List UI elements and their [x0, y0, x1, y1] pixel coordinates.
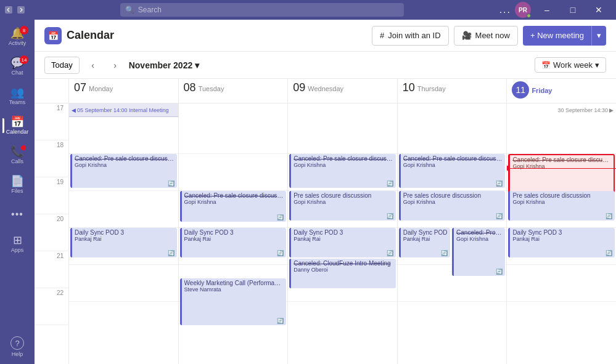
- forward-button[interactable]: [17, 6, 25, 14]
- time-slot-21: 21: [35, 251, 68, 288]
- allday-banner-fri: 30 September 14:30 ▶: [507, 103, 616, 117]
- day-name-friday: Friday: [532, 87, 552, 94]
- sidebar-item-apps[interactable]: ⊞ Apps: [2, 229, 32, 259]
- sidebar-item-help[interactable]: ? Help: [2, 332, 32, 362]
- day-col-friday: 11 Friday 30 September 14:30 ▶: [507, 79, 616, 364]
- slot-18-tue: [179, 154, 288, 191]
- day-col-wednesday: 09 Wednesday Canceled: Pre sale c: [288, 79, 398, 364]
- chat-badge: 14: [20, 55, 28, 64]
- calendar-header: 📅 Calendar # Join with an ID 🎥 Meet now …: [35, 20, 616, 52]
- slot-17-tue: [179, 117, 288, 154]
- day-header-tuesday: 08 Tuesday: [179, 79, 288, 103]
- event-organizer: Pankaj Rai: [294, 236, 393, 242]
- event-organizer: Gopi Krishna: [403, 199, 503, 205]
- sidebar-item-teams[interactable]: 👥 Teams: [2, 81, 32, 111]
- event-organizer: Gopi Krishna: [75, 162, 175, 168]
- maximize-button[interactable]: □: [561, 0, 585, 20]
- event-wed-3[interactable]: Daily Sync POD 3 Pankaj Rai 🔄: [289, 228, 396, 257]
- back-button[interactable]: [5, 6, 12, 14]
- today-button[interactable]: Today: [44, 57, 80, 74]
- allday-banner-thu: [398, 103, 507, 117]
- recurring-icon: 🔄: [606, 213, 612, 219]
- event-tue-1[interactable]: Canceled: Pre sale closure discussion Go…: [180, 191, 287, 222]
- sidebar-item-files[interactable]: 📄 Files: [2, 170, 32, 200]
- day-name-tuesday: Tuesday: [199, 85, 224, 92]
- slot-17-thu: [398, 117, 507, 154]
- files-icon: 📄: [10, 176, 24, 187]
- calendar-header-actions: # Join with an ID 🎥 Meet now + New meeti…: [372, 26, 606, 46]
- day-name-monday: Monday: [89, 85, 113, 92]
- event-tue-3[interactable]: Weekly Marketing Call (Performance Revie…: [180, 278, 287, 325]
- event-title: Daily Sync POD 3: [75, 229, 175, 236]
- event-fri-3[interactable]: Daily Sync POD 3 Pankaj Rai 🔄: [508, 228, 615, 257]
- allday-right-arrow: ▶: [609, 107, 614, 113]
- sidebar-item-calendar[interactable]: 📅 Calendar: [2, 111, 32, 140]
- day-col-tuesday: 08 Tuesday Canceled: Pre sale clo: [179, 79, 289, 364]
- calendar-title: 📅 Calendar: [44, 27, 114, 44]
- event-title: Canceled: Pre sale closure discussion: [512, 156, 611, 163]
- event-mon-2[interactable]: Daily Sync POD 3 Pankaj Rai 🔄: [70, 228, 177, 257]
- time-slot-22: 22: [35, 288, 68, 325]
- sidebar-item-calls[interactable]: 📞 Calls: [2, 140, 32, 170]
- day-col-thursday: 10 Thursday Canceled: Pre sale cl: [398, 79, 507, 364]
- event-tue-2[interactable]: Daily Sync POD 3 Pankaj Rai 🔄: [180, 228, 287, 257]
- help-icon: ?: [10, 336, 24, 350]
- day-header-wednesday: 09 Wednesday: [288, 79, 397, 103]
- time-header: [35, 79, 68, 103]
- user-avatar[interactable]: PR: [515, 2, 531, 18]
- event-title: Canceled: Pre sale closure discussion: [294, 155, 393, 162]
- search-bar[interactable]: 🔍 Search: [120, 3, 404, 17]
- recurring-icon: 🔄: [387, 213, 393, 219]
- day-body-friday: 30 September 14:30 ▶ Canceled: Pre sale …: [507, 103, 616, 364]
- event-organizer: Gopi Krishna: [294, 162, 393, 168]
- new-meeting-button[interactable]: + New meeting: [523, 26, 591, 46]
- titlebar-right: ... PR – □ ✕: [499, 0, 611, 20]
- recurring-icon: 🔄: [168, 180, 175, 187]
- sidebar-label-help: Help: [12, 351, 23, 357]
- new-meeting-dropdown[interactable]: ▾: [591, 26, 606, 46]
- avatar-status-dot: [527, 14, 531, 18]
- view-selector[interactable]: 📅 Work week ▾: [535, 57, 606, 73]
- event-organizer: Pankaj Rai: [184, 236, 284, 242]
- allday-banner-monday[interactable]: ◀ 05 September 14:00 Internal Meeting: [69, 103, 178, 117]
- sidebar-item-chat[interactable]: 💬 Chat 14: [2, 52, 32, 81]
- event-organizer: Gopi Krishna: [512, 199, 612, 205]
- prev-button[interactable]: ‹: [84, 57, 102, 74]
- slot-19-mon: [69, 191, 178, 228]
- sidebar-label-calendar: Calendar: [6, 129, 29, 135]
- day-body-wednesday: Canceled: Pre sale closure discussion Go…: [288, 103, 397, 364]
- sidebar-label-teams: Teams: [9, 99, 26, 105]
- month-year-display[interactable]: November 2022 ▾: [129, 60, 200, 70]
- sidebar-item-more[interactable]: •••: [2, 200, 32, 229]
- event-thu-2[interactable]: Pre sales closure discussion Gopi Krishn…: [399, 191, 506, 220]
- search-placeholder: Search: [138, 6, 162, 14]
- event-thu-4[interactable]: Canceled: Product /Sales /Marketing Gopi…: [452, 228, 505, 276]
- event-thu-1[interactable]: Canceled: Pre sale closure discussion Go…: [399, 154, 506, 188]
- event-organizer: Steve Namrata: [184, 286, 284, 293]
- titlebar-nav: [5, 6, 25, 14]
- slot-17-wed: [288, 117, 397, 154]
- sidebar-label-chat: Chat: [11, 70, 23, 76]
- current-time-line: [507, 168, 616, 169]
- day-num-wednesday: 09: [293, 81, 305, 94]
- window-controls: – □ ✕: [535, 0, 611, 20]
- event-title: Canceled: Pre sale closure discussion: [75, 155, 175, 162]
- event-thu-3[interactable]: Daily Sync POD Pankaj Rai 🔄: [399, 228, 450, 257]
- close-button[interactable]: ✕: [586, 0, 611, 20]
- event-mon-1[interactable]: Canceled: Pre sale closure discussion Go…: [70, 154, 177, 188]
- next-button[interactable]: ›: [107, 57, 124, 74]
- slot-17-fri: [507, 117, 616, 154]
- slot-17-mon: [69, 117, 178, 154]
- meet-now-button[interactable]: 🎥 Meet now: [454, 26, 518, 46]
- minimize-button[interactable]: –: [535, 0, 559, 20]
- calendar-nav: Today ‹ › November 2022 ▾ 📅 Work week ▾: [35, 52, 616, 79]
- event-wed-4[interactable]: Canceled: CloudFuze Intro Meeting Danny …: [289, 259, 396, 288]
- join-with-id-button[interactable]: # Join with an ID: [372, 26, 449, 46]
- calendar-grid: 17 18 19 20 21 22 07 Monday: [35, 79, 616, 364]
- event-wed-2[interactable]: Pre sales closure discussion Gopi Krishn…: [289, 191, 396, 220]
- event-wed-1[interactable]: Canceled: Pre sale closure discussion Go…: [289, 154, 396, 188]
- sidebar-item-activity[interactable]: 🔔 Activity 8: [2, 22, 32, 52]
- allday-banner-wed: [288, 103, 397, 117]
- event-fri-2[interactable]: Pre sales closure discussion Gopi Krishn…: [508, 191, 615, 220]
- more-options-button[interactable]: ...: [499, 4, 511, 15]
